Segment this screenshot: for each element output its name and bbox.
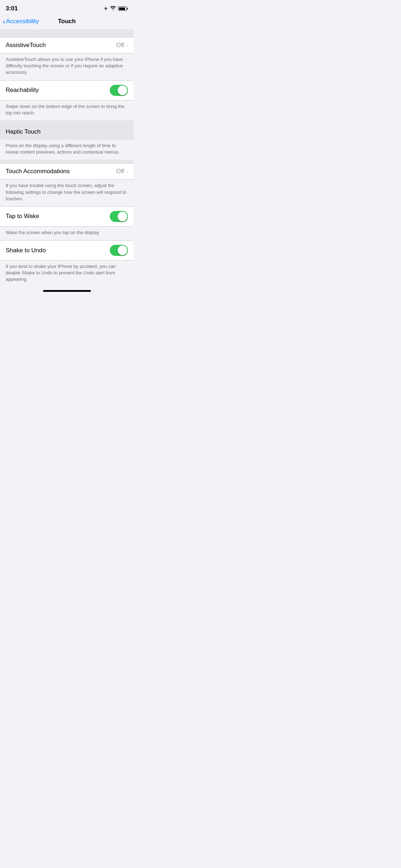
touch-accommodations-row[interactable]: Touch Accommodations Off › [0, 164, 134, 179]
touch-accommodations-right: Off › [116, 168, 128, 175]
shake-to-undo-toggle[interactable] [110, 245, 128, 256]
nav-bar: ‹ Accessibility Touch [0, 15, 134, 29]
haptic-touch-label: Haptic Touch [6, 128, 41, 135]
touch-accommodations-label: Touch Accommodations [6, 168, 70, 175]
tap-to-wake-toggle-knob [118, 212, 127, 221]
tap-to-wake-row[interactable]: Tap to Wake [0, 207, 134, 226]
top-spacer [0, 29, 134, 37]
touch-accommodations-description: If you have trouble using the touch scre… [0, 180, 134, 206]
back-button[interactable]: ‹ Accessibility [3, 17, 39, 26]
home-bar [43, 290, 91, 292]
shake-to-undo-row[interactable]: Shake to Undo [0, 241, 134, 260]
assistive-touch-row[interactable]: AssistiveTouch Off › [0, 37, 134, 53]
haptic-touch-chevron-icon: › [126, 129, 128, 135]
shake-to-undo-description: If you tend to shake your iPhone by acci… [0, 260, 134, 287]
reachability-row[interactable]: Reachability [0, 81, 134, 100]
assistive-touch-group: AssistiveTouch Off › [0, 37, 134, 53]
tap-to-wake-group: Tap to Wake [0, 206, 134, 227]
reachability-group: Reachability [0, 80, 134, 100]
mid-spacer [0, 160, 134, 163]
status-time: 3:01 [6, 5, 18, 12]
toggle-knob [118, 86, 127, 95]
shake-to-undo-group: Shake to Undo [0, 240, 134, 260]
wifi-icon [110, 5, 116, 12]
assistive-touch-chevron-icon: › [126, 42, 128, 48]
shake-to-undo-label: Shake to Undo [6, 247, 46, 254]
reachability-description: Swipe down on the bottom edge of the scr… [0, 100, 134, 120]
reachability-label: Reachability [6, 87, 39, 94]
touch-accommodations-chevron-icon: › [126, 169, 128, 174]
assistive-touch-value: Off [116, 42, 124, 49]
haptic-touch-group: Haptic Touch › [0, 124, 134, 140]
back-label: Accessibility [6, 18, 39, 25]
haptic-touch-description: Press on the display using a different l… [0, 140, 134, 160]
touch-accommodations-value: Off [116, 168, 124, 175]
tap-to-wake-description: Wake the screen when you tap on the disp… [0, 227, 134, 240]
home-indicator [0, 287, 134, 293]
tap-to-wake-label: Tap to Wake [6, 213, 39, 220]
shake-to-undo-toggle-knob [118, 246, 127, 255]
assistive-touch-right: Off › [116, 42, 128, 49]
tap-to-wake-toggle[interactable] [110, 211, 128, 222]
page-title: Touch [58, 18, 76, 25]
status-bar: 3:01 ✈ [0, 0, 134, 15]
assistive-touch-label: AssistiveTouch [6, 42, 46, 49]
haptic-spacer [0, 120, 134, 124]
touch-accommodations-group: Touch Accommodations Off › [0, 163, 134, 180]
battery-icon [118, 6, 128, 11]
back-chevron-icon: ‹ [3, 17, 5, 26]
haptic-touch-row[interactable]: Haptic Touch › [0, 124, 134, 140]
airplane-icon: ✈ [104, 6, 108, 11]
haptic-touch-right: › [125, 129, 128, 135]
reachability-toggle[interactable] [110, 85, 128, 96]
status-icons: ✈ [104, 5, 128, 12]
assistive-touch-description: AssistiveTouch allows you to use your iP… [0, 53, 134, 80]
